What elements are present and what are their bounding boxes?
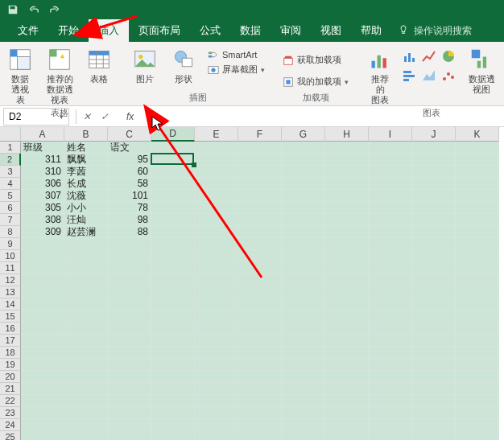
column-header-A[interactable]: A bbox=[21, 127, 64, 142]
cell-H14[interactable] bbox=[325, 298, 369, 310]
row-header-25[interactable]: 25 bbox=[0, 431, 21, 440]
cell-G21[interactable] bbox=[282, 383, 325, 395]
cell-J2[interactable] bbox=[412, 154, 456, 166]
row-header-9[interactable]: 9 bbox=[0, 238, 21, 250]
cell-G19[interactable] bbox=[282, 359, 325, 371]
cell-F1[interactable] bbox=[238, 142, 282, 154]
column-header-D[interactable]: D bbox=[151, 127, 195, 142]
chart-pie-icon[interactable] bbox=[440, 48, 458, 66]
cell-C9[interactable] bbox=[108, 238, 151, 250]
cell-D25[interactable] bbox=[151, 431, 195, 440]
cell-B18[interactable] bbox=[64, 347, 108, 359]
cell-J16[interactable] bbox=[412, 323, 456, 335]
cell-J14[interactable] bbox=[412, 298, 456, 310]
cell-D12[interactable] bbox=[151, 274, 195, 286]
cell-A25[interactable] bbox=[21, 431, 64, 440]
cell-F6[interactable] bbox=[238, 202, 282, 214]
tell-me-search[interactable]: 操作说明搜索 bbox=[398, 19, 472, 42]
cell-K19[interactable] bbox=[456, 359, 499, 371]
chart-bar-icon[interactable] bbox=[402, 68, 419, 85]
cell-F23[interactable] bbox=[238, 407, 282, 419]
cell-F10[interactable] bbox=[238, 250, 282, 262]
my-addins-button[interactable]: 我的加载项 ▾ bbox=[281, 75, 350, 88]
cell-B2[interactable]: 飘飘 bbox=[64, 154, 108, 166]
cell-A2[interactable]: 311 bbox=[21, 154, 64, 166]
cell-B24[interactable] bbox=[64, 419, 108, 431]
fx-icon[interactable]: fx bbox=[126, 111, 134, 122]
cell-C16[interactable] bbox=[108, 323, 151, 335]
cell-F15[interactable] bbox=[238, 310, 282, 323]
cell-J4[interactable] bbox=[412, 178, 456, 190]
cell-A21[interactable] bbox=[21, 383, 64, 395]
cell-G9[interactable] bbox=[282, 238, 325, 250]
formula-input[interactable] bbox=[134, 108, 504, 125]
cell-H19[interactable] bbox=[325, 359, 369, 371]
cell-K8[interactable] bbox=[456, 226, 499, 238]
row-header-10[interactable]: 10 bbox=[0, 250, 21, 262]
cell-I21[interactable] bbox=[369, 383, 412, 395]
cell-G6[interactable] bbox=[282, 202, 325, 214]
cell-E19[interactable] bbox=[195, 359, 238, 371]
cell-G5[interactable] bbox=[282, 190, 325, 202]
cell-J15[interactable] bbox=[412, 310, 456, 323]
cell-G17[interactable] bbox=[282, 335, 325, 347]
cell-C25[interactable] bbox=[108, 431, 151, 440]
cell-H8[interactable] bbox=[325, 226, 369, 238]
cell-D24[interactable] bbox=[151, 419, 195, 431]
cell-G1[interactable] bbox=[282, 142, 325, 154]
cell-J22[interactable] bbox=[412, 395, 456, 407]
cell-E8[interactable] bbox=[195, 226, 238, 238]
cell-F11[interactable] bbox=[238, 262, 282, 274]
cell-G20[interactable] bbox=[282, 371, 325, 383]
column-header-F[interactable]: F bbox=[238, 127, 282, 142]
cell-I9[interactable] bbox=[369, 238, 412, 250]
cell-G15[interactable] bbox=[282, 310, 325, 323]
cell-C2[interactable]: 95 bbox=[108, 154, 151, 166]
cell-H5[interactable] bbox=[325, 190, 369, 202]
cell-A18[interactable] bbox=[21, 347, 64, 359]
cell-G10[interactable] bbox=[282, 250, 325, 262]
cell-A8[interactable]: 309 bbox=[21, 226, 64, 238]
cell-K20[interactable] bbox=[456, 371, 499, 383]
cell-B22[interactable] bbox=[64, 395, 108, 407]
cell-H24[interactable] bbox=[325, 419, 369, 431]
cell-A7[interactable]: 308 bbox=[21, 214, 64, 226]
cell-I15[interactable] bbox=[369, 310, 412, 323]
cell-I14[interactable] bbox=[369, 298, 412, 310]
cell-A1[interactable]: 班级 bbox=[21, 142, 64, 154]
cell-K17[interactable] bbox=[456, 335, 499, 347]
cell-C11[interactable] bbox=[108, 262, 151, 274]
cell-I5[interactable] bbox=[369, 190, 412, 202]
cell-H11[interactable] bbox=[325, 262, 369, 274]
cell-C24[interactable] bbox=[108, 419, 151, 431]
cell-H21[interactable] bbox=[325, 383, 369, 395]
shapes-button[interactable]: 形状 bbox=[167, 45, 200, 86]
cells-area[interactable]: 班级姓名语文311飘飘95310李茜60306长成58307沈薇101305小小… bbox=[21, 142, 499, 440]
cell-B19[interactable] bbox=[64, 359, 108, 371]
cell-G7[interactable] bbox=[282, 214, 325, 226]
cell-K22[interactable] bbox=[456, 395, 499, 407]
cell-I11[interactable] bbox=[369, 262, 412, 274]
cell-K18[interactable] bbox=[456, 347, 499, 359]
cell-A5[interactable]: 307 bbox=[21, 190, 64, 202]
cell-H9[interactable] bbox=[325, 238, 369, 250]
cell-J8[interactable] bbox=[412, 226, 456, 238]
cell-G3[interactable] bbox=[282, 166, 325, 178]
cell-H3[interactable] bbox=[325, 166, 369, 178]
tab-page-layout[interactable]: 页面布局 bbox=[129, 19, 190, 42]
tab-review[interactable]: 审阅 bbox=[271, 19, 311, 42]
cell-A3[interactable]: 310 bbox=[21, 166, 64, 178]
cell-J20[interactable] bbox=[412, 371, 456, 383]
cell-F14[interactable] bbox=[238, 298, 282, 310]
cell-E5[interactable] bbox=[195, 190, 238, 202]
smartart-button[interactable]: SmartArt bbox=[206, 48, 266, 61]
cell-B10[interactable] bbox=[64, 250, 108, 262]
cell-I10[interactable] bbox=[369, 250, 412, 262]
cell-H23[interactable] bbox=[325, 407, 369, 419]
column-header-C[interactable]: C bbox=[108, 127, 151, 142]
tab-file[interactable]: 文件 bbox=[8, 19, 48, 42]
cell-D21[interactable] bbox=[151, 383, 195, 395]
cell-E4[interactable] bbox=[195, 178, 238, 190]
cell-E15[interactable] bbox=[195, 310, 238, 323]
cell-I4[interactable] bbox=[369, 178, 412, 190]
